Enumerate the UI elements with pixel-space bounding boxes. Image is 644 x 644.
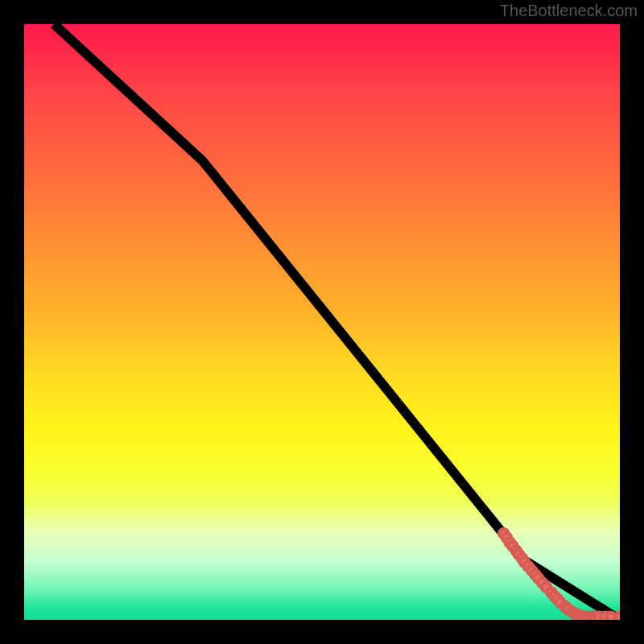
chart-curve — [54, 24, 620, 620]
plot-area — [24, 24, 620, 620]
watermark-text: TheBottleneck.com — [500, 2, 638, 20]
chart-svg — [24, 24, 620, 620]
data-point — [615, 613, 620, 620]
